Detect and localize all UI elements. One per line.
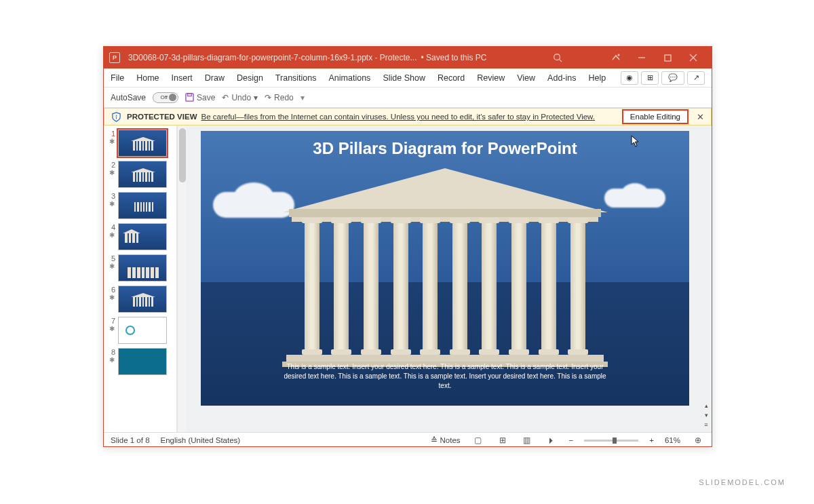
tab-home[interactable]: Home [136,73,159,83]
enable-editing-button[interactable]: Enable Editing [622,109,689,124]
svg-point-9 [116,115,117,116]
search-icon[interactable] [553,53,562,62]
thumbnail-4[interactable]: 4✱ [105,223,175,250]
save-button[interactable]: Save [185,93,215,102]
share-icon[interactable]: ↗ [687,71,705,85]
slide-caption: This is a sample text. Insert your desir… [201,362,689,391]
comments-icon[interactable]: 💬 [661,71,684,85]
tab-review[interactable]: Review [477,73,505,83]
statusbar: Slide 1 of 8 English (United States) ≙ N… [104,432,712,448]
tab-draw[interactable]: Draw [205,73,225,83]
normal-view-icon[interactable]: ▢ [471,435,485,446]
camera-icon[interactable]: ◉ [621,71,638,85]
slide-counter[interactable]: Slide 1 of 8 [111,436,150,444]
ribbon-tabs: File Home Insert Draw Design Transitions… [104,69,712,88]
ribbon-display-icon[interactable] [603,47,629,69]
watermark: SLIDEMODEL.COM [699,478,786,486]
autosave-toggle[interactable]: Off [153,92,178,103]
svg-rect-7 [186,94,193,101]
prev-slide-icon[interactable]: ▴ [705,402,708,409]
tab-record[interactable]: Record [438,73,465,83]
tab-design[interactable]: Design [237,73,263,83]
reading-view-icon[interactable]: ▥ [520,435,534,446]
close-button[interactable] [680,47,706,69]
thumbnail-3[interactable]: 3✱ [105,192,175,219]
thumbnail-1[interactable]: 1✱ [105,130,175,157]
minimize-button[interactable] [629,47,655,69]
filename: 3D0068-07-3d-pillars-diagram-for-powerpo… [128,53,417,62]
language-status[interactable]: English (United States) [161,436,241,444]
slide-title: 3D Pillars Diagram for PowerPoint [201,139,689,158]
zoom-percent[interactable]: 61% [665,436,680,444]
maximize-button[interactable] [655,47,680,69]
powerpoint-window: P 3D0068-07-3d-pillars-diagram-for-power… [103,46,712,447]
next-slide-icon[interactable]: ▾ [705,412,708,419]
svg-point-2 [618,54,620,56]
customize-toolbar[interactable]: ▾ [301,93,305,102]
close-protected-view[interactable]: ✕ [697,112,704,122]
undo-button[interactable]: ↶ Undo ▾ [222,93,258,102]
svg-rect-4 [665,55,671,61]
thumbnail-8[interactable]: 8✱ [105,348,175,375]
tab-slideshow[interactable]: Slide Show [383,73,425,83]
thumbnail-2[interactable]: 2✱ [105,161,175,188]
slide-nav-icon[interactable]: ≡ [704,421,708,428]
titlebar: P 3D0068-07-3d-pillars-diagram-for-power… [104,47,712,69]
tab-help[interactable]: Help [588,73,606,83]
thumbnail-panel: 1✱ 2✱ 3✱ 4✱ 5✱ 6✱ 7✱ 8✱ [104,125,177,432]
thumbnail-6[interactable]: 6✱ [105,286,175,313]
fit-window-icon[interactable]: ⊕ [691,435,705,446]
workspace: 1✱ 2✱ 3✱ 4✱ 5✱ 6✱ 7✱ 8✱ 3D Pillars Diagr… [104,125,712,432]
tab-file[interactable]: File [111,73,124,83]
redo-button[interactable]: ↷ Redo [265,93,294,102]
saved-status: • Saved to this PC [421,53,487,62]
autosave-label: AutoSave [111,93,146,102]
powerpoint-icon: P [109,52,120,63]
svg-point-0 [554,54,560,60]
tab-insert[interactable]: Insert [172,73,193,83]
zoom-out-button[interactable]: − [569,436,574,444]
notes-button[interactable]: ≙ Notes [431,435,460,445]
thumbnail-7[interactable]: 7✱ [105,317,175,344]
protected-view-bar: PROTECTED VIEW Be careful—files from the… [104,108,712,125]
zoom-slider[interactable] [584,440,638,442]
cloud-graphic [604,189,665,208]
svg-rect-10 [116,117,117,119]
svg-line-1 [560,60,562,62]
slideshow-view-icon[interactable]: ⏵ [545,435,558,446]
quick-toolbar: AutoSave Off Save ↶ Undo ▾ ↷ Redo ▾ [104,88,712,108]
cursor-icon [631,135,640,147]
shield-icon [111,112,121,122]
protected-view-message[interactable]: Be careful—files from the Internet can c… [201,113,595,121]
thumbnail-scrollbar[interactable] [177,125,187,432]
tab-addins[interactable]: Add-ins [547,73,576,83]
zoom-in-button[interactable]: + [649,436,654,444]
sorter-view-icon[interactable]: ⊞ [496,435,509,446]
tab-animations[interactable]: Animations [329,73,371,83]
slide-area: 3D Pillars Diagram for PowerPoint This i… [187,125,712,432]
thumbnail-5[interactable]: 5✱ [105,254,175,282]
protected-view-label: PROTECTED VIEW [127,113,197,121]
tab-transitions[interactable]: Transitions [275,73,317,83]
tab-view[interactable]: View [517,73,535,83]
pillars-graphic [282,168,608,367]
slide-canvas[interactable]: 3D Pillars Diagram for PowerPoint This i… [201,131,689,406]
slide-scrollbar[interactable]: ▴ ▾ ≡ [702,130,710,428]
teams-icon[interactable]: ⊞ [641,71,659,85]
